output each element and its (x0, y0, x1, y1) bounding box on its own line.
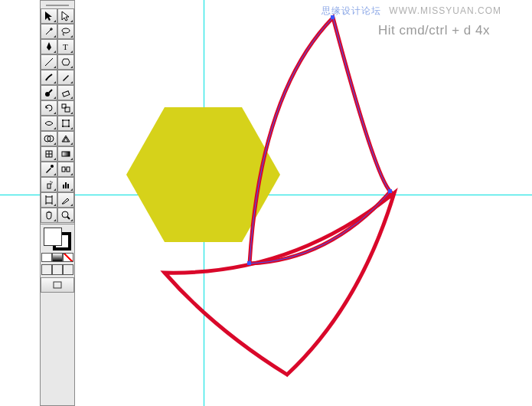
svg-point-22 (51, 183, 51, 184)
svg-marker-2 (62, 59, 70, 65)
anchor-point (388, 189, 392, 193)
symbol-spray-tool[interactable] (41, 177, 57, 192)
lasso-tool[interactable] (57, 24, 74, 39)
type-tool[interactable]: T (57, 39, 74, 54)
magic-wand-tool[interactable] (41, 24, 57, 39)
draw-mode-behind[interactable] (52, 264, 63, 275)
color-swatches (41, 225, 74, 295)
direct-selection-tool[interactable] (57, 8, 74, 24)
anchor-point (247, 261, 251, 265)
instruction-hint: Hit cmd/ctrl + d 4x (378, 23, 490, 38)
draw-mode-inside[interactable] (63, 264, 73, 275)
svg-rect-24 (65, 182, 67, 188)
scale-tool[interactable] (57, 100, 74, 116)
zoom-tool[interactable] (57, 208, 74, 223)
watermark-en: WWW.MISSYUAN.COM (389, 5, 501, 16)
rectangle-tool[interactable] (57, 54, 74, 70)
svg-point-11 (68, 126, 70, 127)
svg-rect-18 (67, 167, 70, 172)
artwork-stage (0, 0, 532, 406)
fill-stroke-swatch[interactable] (44, 228, 71, 250)
color-mode-none[interactable] (63, 253, 73, 262)
svg-rect-25 (67, 184, 69, 188)
selection-tool[interactable] (41, 8, 57, 24)
svg-point-9 (68, 120, 70, 121)
draw-mode-normal[interactable] (41, 264, 52, 275)
svg-rect-23 (63, 185, 64, 188)
svg-rect-17 (62, 167, 65, 172)
selection-path (250, 18, 390, 264)
artboard-tool[interactable] (41, 192, 57, 208)
free-transform-tool[interactable] (57, 116, 74, 131)
guide-horizontal[interactable] (0, 195, 532, 195)
column-graph-tool[interactable] (57, 177, 74, 192)
gradient-tool[interactable] (57, 146, 74, 162)
svg-point-10 (62, 126, 64, 127)
petal-shape-2 (165, 193, 394, 375)
divider (41, 224, 74, 224)
watermark: 思缘设计论坛 WWW.MISSYUAN.COM (321, 5, 501, 18)
panel-gripper[interactable] (41, 2, 74, 8)
svg-rect-7 (63, 120, 69, 126)
svg-rect-4 (63, 91, 70, 97)
svg-point-8 (62, 120, 64, 121)
color-mode-gradient[interactable] (52, 253, 63, 262)
svg-rect-19 (47, 184, 51, 188)
fill-swatch[interactable] (44, 228, 62, 246)
pencil-tool[interactable] (57, 70, 74, 85)
svg-text:T: T (63, 42, 68, 51)
mesh-tool[interactable] (41, 146, 57, 162)
svg-point-16 (51, 165, 54, 168)
svg-rect-15 (62, 152, 70, 156)
perspective-grid-tool[interactable] (57, 131, 74, 146)
slice-tool[interactable] (57, 192, 74, 208)
svg-point-21 (51, 182, 52, 182)
color-mode-solid[interactable] (41, 253, 52, 262)
guide-vertical[interactable] (204, 0, 204, 406)
shape-builder-tool[interactable] (41, 131, 57, 146)
width-tool[interactable] (41, 116, 57, 131)
svg-point-0 (62, 28, 70, 33)
tools-panel[interactable]: T (40, 0, 75, 406)
artboard-canvas[interactable]: 思缘设计论坛 WWW.MISSYUAN.COM Hit cmd/ctrl + d… (0, 0, 532, 406)
rotate-tool[interactable] (41, 100, 57, 116)
svg-rect-28 (54, 282, 61, 288)
blend-tool[interactable] (57, 162, 74, 177)
watermark-cn: 思缘设计论坛 (321, 5, 381, 16)
petal-shape-1 (250, 18, 390, 264)
eraser-tool[interactable] (57, 85, 74, 100)
hand-tool[interactable] (41, 208, 57, 223)
eyedropper-tool[interactable] (41, 162, 57, 177)
pen-tool[interactable] (41, 39, 57, 54)
blob-brush-tool[interactable] (41, 85, 57, 100)
screen-mode-button[interactable] (41, 277, 74, 293)
svg-point-27 (62, 211, 68, 218)
svg-rect-26 (46, 197, 52, 203)
paintbrush-tool[interactable] (41, 70, 57, 85)
svg-point-20 (50, 181, 51, 182)
line-segment-tool[interactable] (41, 54, 57, 70)
